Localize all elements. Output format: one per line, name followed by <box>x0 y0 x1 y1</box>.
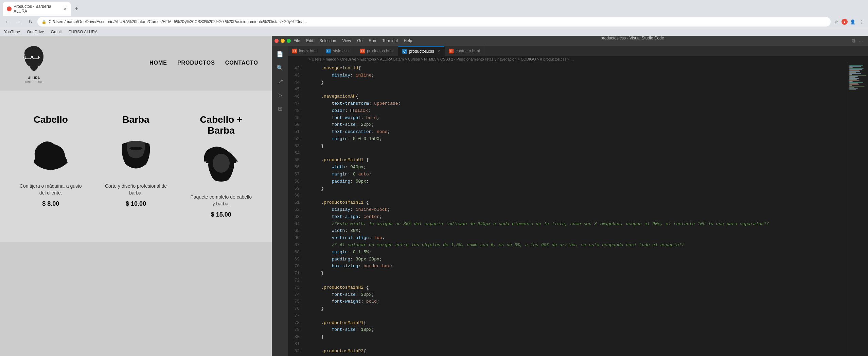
activity-debug-icon[interactable]: ▷ <box>274 89 285 100</box>
tab-close-icon[interactable]: × <box>438 49 440 54</box>
activity-files-icon[interactable]: 📄 <box>274 49 285 60</box>
reload-button[interactable]: ↻ <box>26 17 35 27</box>
bookmark-curso-alura[interactable]: CURSO ALURA <box>67 29 99 35</box>
nav-contacto[interactable]: CONTACTO <box>225 60 258 66</box>
code-line-80: } <box>311 334 848 341</box>
tab-productos-html[interactable]: H productos.html <box>356 46 398 56</box>
tab-label-style: style.css <box>333 49 349 53</box>
split-editor-icon[interactable]: ⧉ <box>851 37 856 45</box>
product-price-0: $ 8.00 <box>19 200 83 207</box>
line-73: 73 <box>288 284 305 291</box>
menu-view[interactable]: View <box>339 36 354 46</box>
tab-style-css[interactable]: C style.css <box>322 46 356 56</box>
window-close-button[interactable] <box>274 39 279 43</box>
tab-title: Productos - Barbería ALURA <box>14 4 62 14</box>
line-56: 56 <box>288 164 305 171</box>
bookmark-onedrive[interactable]: OneDrive <box>25 29 46 35</box>
line-48: 48 <box>288 107 305 115</box>
profile-icon[interactable]: 👤 <box>849 18 856 26</box>
menu-selection[interactable]: Selection <box>317 36 339 46</box>
nav-productos[interactable]: PRODUCTOS <box>177 60 215 66</box>
bookmark-gmail[interactable]: Gmail <box>50 29 63 35</box>
products-grid: Cabello Con tijera o máquina, a gusto de… <box>7 104 265 228</box>
code-line-67: /* Al colocar un margen entre los objeto… <box>311 242 848 249</box>
vscode-titlebar: File Edit Selection View Go Run Terminal… <box>272 36 868 46</box>
tab-contacto-html[interactable]: H contacto.html <box>445 46 484 56</box>
line-47: 47 <box>288 100 305 107</box>
product-title-0: Cabello <box>19 114 83 125</box>
menu-go[interactable]: Go <box>354 36 365 46</box>
window-minimize-button[interactable] <box>281 39 285 43</box>
barba-svg <box>109 132 163 176</box>
address-bar[interactable]: 🔒 C:/Users/marco/OneDrive/Escritorio/ALU… <box>37 17 831 27</box>
tab-icon-html-2: H <box>360 49 365 53</box>
product-price-1: $ 10.00 <box>104 200 168 207</box>
tab-index-html[interactable]: H index.html <box>288 46 322 56</box>
line-59: 59 <box>288 185 305 192</box>
browser-chrome: Productos - Barbería ALURA × + ← → ↻ 🔒 C… <box>0 0 868 36</box>
menu-help[interactable]: Help <box>401 36 415 46</box>
code-line-51: text-decoration: none; <box>311 129 848 136</box>
more-icon[interactable]: ··· <box>858 37 864 45</box>
new-tab-button[interactable]: + <box>72 4 81 14</box>
tab-icon-css-2: C <box>402 49 407 54</box>
vscode-editor: File Edit Selection View Go Run Terminal… <box>272 36 868 356</box>
tab-label-productos-css: productos.css <box>409 49 434 54</box>
activity-git-icon[interactable]: ⎇ <box>274 76 285 87</box>
code-line-82: .productosMainP2{ <box>311 348 848 355</box>
code-line-46: .navegacionAH{ <box>311 93 848 100</box>
code-line-50: font-size: 22px; <box>311 121 848 129</box>
tab-label-contacto: contacto.html <box>456 49 480 53</box>
code-line-54 <box>311 150 848 157</box>
bookmark-youtube[interactable]: YouTube <box>3 29 21 35</box>
bookmarks-bar: YouTube OneDrive Gmail CURSO ALURA <box>0 28 868 36</box>
code-line-63: text-align: center; <box>311 214 848 221</box>
cabello-svg <box>23 132 78 176</box>
code-line-58: padding: 50px; <box>311 178 848 185</box>
code-line-61: .productosMainLi { <box>311 199 848 206</box>
breadcrumb-bar: > Users > marco > OneDrive > Escritorio … <box>288 56 868 62</box>
tab-label-index: index.html <box>299 49 318 53</box>
code-line-57: margin: 0 auto; <box>311 171 848 178</box>
barberia-logo: ALURA ESTD 2020 <box>14 43 54 83</box>
back-button[interactable]: ← <box>3 17 12 27</box>
activity-search-icon[interactable]: 🔍 <box>274 62 285 73</box>
window-maximize-button[interactable] <box>287 39 291 43</box>
menu-file[interactable]: File <box>291 36 303 46</box>
activity-extensions-icon[interactable]: ⊞ <box>274 103 285 114</box>
tab-icon-html-1: H <box>292 49 297 53</box>
tab-close-button[interactable]: × <box>64 6 67 11</box>
menu-edit[interactable]: Edit <box>303 36 316 46</box>
line-62: 62 <box>288 206 305 214</box>
extension-icon[interactable]: ● <box>842 19 848 25</box>
bookmark-star-icon[interactable]: ☆ <box>833 18 840 26</box>
vscode-menu: File Edit Selection View Go Run Terminal… <box>291 36 415 46</box>
line-71: 71 <box>288 270 305 277</box>
code-line-56: width: 940px; <box>311 164 848 171</box>
more-options-icon[interactable]: ⋮ <box>858 18 865 26</box>
tab-icon-html-3: H <box>449 49 454 53</box>
address-bar-row: ← → ↻ 🔒 C:/Users/marco/OneDrive/Escritor… <box>0 16 868 28</box>
code-content[interactable]: .navegacionLiH{ display: inline; } .nave… <box>305 62 848 356</box>
active-tab[interactable]: Productos - Barbería ALURA × <box>3 2 71 16</box>
code-line-52: margin: 0 0 0 15PX; <box>311 136 848 143</box>
line-50: 50 <box>288 121 305 129</box>
nav-home[interactable]: HOME <box>149 60 167 66</box>
lock-icon: 🔒 <box>41 19 47 24</box>
tab-label-productos-html: productos.html <box>367 49 394 53</box>
line-77: 77 <box>288 312 305 320</box>
menu-run[interactable]: Run <box>366 36 379 46</box>
code-line-60 <box>311 192 848 199</box>
product-image-cabello <box>23 132 78 176</box>
line-53: 53 <box>288 143 305 150</box>
code-line-45 <box>311 86 848 93</box>
product-desc-2: Paquete completo de cabello y barba. <box>189 194 253 207</box>
line-80: 80 <box>288 334 305 341</box>
forward-button[interactable]: → <box>14 17 24 27</box>
line-63: 63 <box>288 214 305 221</box>
line-43: 43 <box>288 72 305 79</box>
line-68: 68 <box>288 249 305 256</box>
cabello-barba-svg <box>194 143 248 187</box>
menu-terminal[interactable]: Terminal <box>379 36 400 46</box>
tab-productos-css[interactable]: C productos.css × <box>398 46 445 56</box>
